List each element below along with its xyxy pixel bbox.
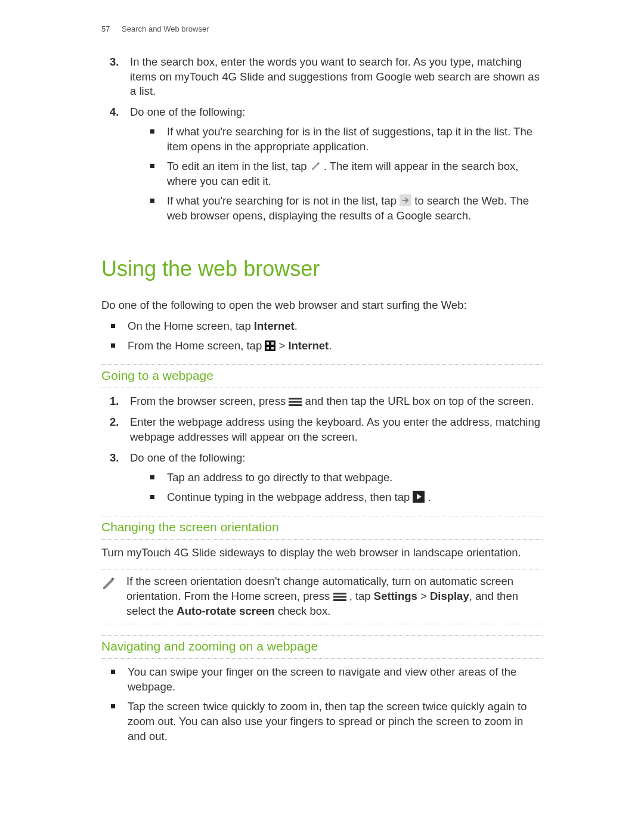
going-steps-list: 1. From the browser screen, press and th… [110, 394, 543, 505]
going-step-3: 3. Do one of the following: Tap an addre… [110, 451, 543, 505]
svg-rect-15 [333, 593, 346, 594]
top-steps-list: 3. In the search box, enter the words yo… [110, 55, 543, 224]
svg-marker-13 [103, 579, 113, 589]
step4-bullet-1: If what you're searching for is in the l… [150, 125, 543, 154]
apps-grid-icon [265, 340, 275, 351]
subheading-container: Going to a webpage [101, 364, 543, 388]
going-step-1: 1. From the browser screen, press and th… [110, 394, 543, 409]
going-step3-sublist: Tap an address to go directly to that we… [150, 470, 543, 505]
svg-rect-16 [333, 596, 346, 598]
step-3: 3. In the search box, enter the words yo… [110, 55, 543, 100]
orientation-para: Turn myTouch 4G Slide sideways to displa… [101, 546, 543, 561]
svg-rect-4 [267, 342, 269, 345]
pencil-icon [310, 161, 321, 172]
svg-marker-0 [312, 163, 318, 170]
going-step-2: 2. Enter the webpage address using the k… [110, 415, 543, 445]
subheading-container-2: Changing the screen orientation [101, 516, 543, 540]
heading-changing-orientation: Changing the screen orientation [101, 519, 543, 538]
going-s3-b2: Continue typing in the webpage address, … [150, 490, 543, 505]
section-title: Search and Web browser [122, 24, 209, 33]
going-s3-b1: Tap an address to go directly to that we… [150, 470, 543, 485]
step-4-lead: Do one of the following: [130, 106, 245, 118]
pencil-note-icon [101, 577, 116, 591]
svg-rect-7 [271, 347, 274, 349]
svg-rect-3 [265, 340, 275, 351]
page-number: 57 [101, 24, 110, 35]
nav-bullet-2: Tap the screen twice quickly to zoom in,… [111, 699, 543, 744]
svg-rect-17 [333, 599, 346, 601]
note-box: If the screen orientation doesn't change… [101, 569, 543, 624]
nav-bullets: You can swipe your finger on the screen … [111, 665, 543, 744]
step-4-sublist: If what you're searching for is in the l… [150, 125, 543, 224]
intro-para: Do one of the following to open the web … [101, 298, 543, 313]
svg-rect-9 [289, 401, 302, 403]
step4-bullet-2: To edit an item in the list, tap . The i… [150, 159, 543, 189]
step-4: 4. Do one of the following: If what you'… [110, 105, 543, 224]
menu-icon [289, 397, 302, 407]
step4-bullet-3: If what you're searching for is not in t… [150, 194, 543, 224]
intro-bullet-1: On the Home screen, tap Internet. [111, 319, 543, 334]
intro-bullets: On the Home screen, tap Internet. From t… [111, 319, 543, 354]
svg-rect-6 [267, 347, 269, 349]
svg-rect-10 [289, 404, 302, 406]
go-arrow-icon [400, 194, 411, 206]
svg-rect-8 [289, 398, 302, 400]
play-icon [413, 491, 425, 503]
menu-icon [333, 592, 346, 602]
svg-rect-5 [271, 342, 274, 345]
heading-using-web-browser: Using the web browser [101, 255, 543, 284]
step-3-text: In the search box, enter the words you w… [130, 55, 540, 98]
heading-going-to-webpage: Going to a webpage [101, 367, 543, 386]
page-header: 57 Search and Web browser [101, 24, 543, 35]
intro-bullet-2: From the Home screen, tap > Internet. [111, 339, 543, 354]
heading-navigating-zooming: Navigating and zooming on a webpage [101, 638, 543, 657]
nav-bullet-1: You can swipe your finger on the screen … [111, 665, 543, 695]
subheading-container-3: Navigating and zooming on a webpage [101, 635, 543, 659]
manual-page: 57 Search and Web browser 3. In the sear… [0, 0, 644, 833]
note-text: If the screen orientation doesn't change… [126, 574, 543, 619]
